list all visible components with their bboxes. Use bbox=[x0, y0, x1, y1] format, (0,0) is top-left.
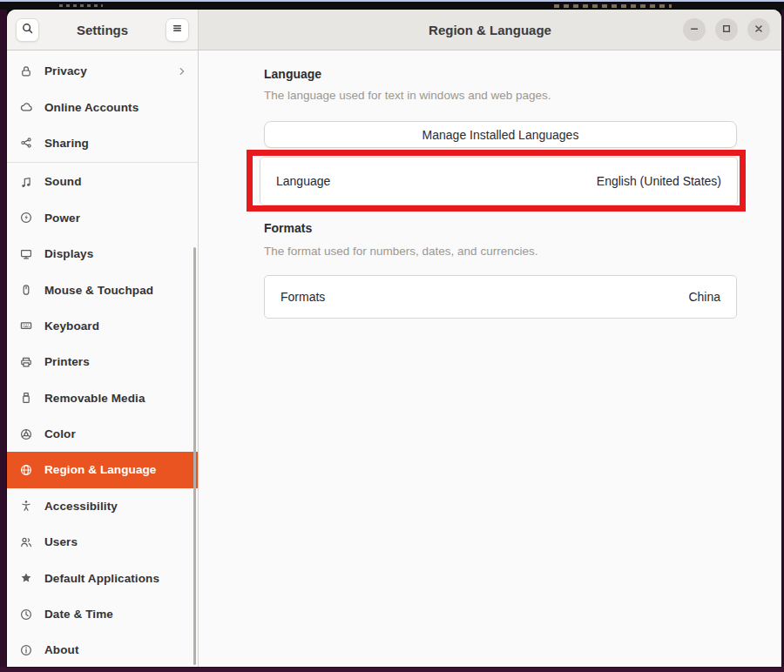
sidebar-item-label: Sharing bbox=[44, 137, 189, 150]
language-row-value: English (United States) bbox=[597, 174, 721, 188]
content-pane: Language The language used for text in w… bbox=[199, 50, 781, 667]
top-bar-app-fragment bbox=[59, 4, 103, 7]
power-icon bbox=[19, 211, 33, 225]
sidebar-item-online-accounts[interactable]: Online Accounts bbox=[7, 89, 198, 124]
sidebar: PrivacyOnline AccountsSharingSoundPowerD… bbox=[7, 50, 199, 667]
hamburger-icon bbox=[170, 21, 185, 38]
sidebar-item-removable-media[interactable]: Removable Media bbox=[7, 380, 198, 416]
keyboard-icon bbox=[19, 319, 33, 333]
formats-row-label: Formats bbox=[280, 290, 325, 304]
printer-icon bbox=[19, 355, 33, 369]
screen: Settings Region & Language bbox=[0, 0, 784, 672]
sidebar-divider bbox=[7, 162, 198, 163]
sidebar-item-users[interactable]: Users bbox=[7, 524, 198, 560]
globe-icon bbox=[19, 463, 33, 477]
window-body: PrivacyOnline AccountsSharingSoundPowerD… bbox=[7, 50, 781, 667]
main-headerbar: Region & Language bbox=[199, 10, 781, 50]
sidebar-item-label: Users bbox=[44, 535, 189, 548]
display-icon bbox=[19, 247, 33, 261]
sidebar-item-printers[interactable]: Printers bbox=[7, 344, 198, 380]
sidebar-item-privacy[interactable]: Privacy bbox=[7, 53, 198, 89]
sidebar-item-label: Power bbox=[44, 212, 189, 225]
sidebar-item-label: Displays bbox=[44, 247, 189, 260]
app-title: Settings bbox=[44, 23, 160, 37]
sidebar-item-label: Region & Language bbox=[44, 463, 189, 476]
sidebar-item-label: Removable Media bbox=[44, 392, 189, 405]
maximize-icon bbox=[720, 22, 733, 38]
formats-row[interactable]: Formats China bbox=[264, 275, 737, 319]
search-icon bbox=[20, 21, 35, 38]
color-wheel-icon bbox=[19, 427, 33, 441]
sidebar-item-label: Sound bbox=[44, 175, 189, 188]
clock-icon bbox=[19, 608, 33, 622]
sidebar-item-label: Mouse & Touchpad bbox=[44, 284, 189, 297]
sidebar-item-color[interactable]: Color bbox=[7, 416, 198, 452]
sidebar-item-region-language[interactable]: Region & Language bbox=[7, 452, 198, 487]
sidebar-scrollbar[interactable] bbox=[193, 247, 196, 665]
settings-window: Settings Region & Language bbox=[7, 10, 781, 667]
manage-installed-languages-button[interactable]: Manage Installed Languages bbox=[264, 121, 737, 148]
sidebar-item-sharing[interactable]: Sharing bbox=[7, 125, 198, 161]
sidebar-headerbar: Settings bbox=[7, 10, 199, 50]
language-section-heading: Language bbox=[264, 67, 737, 81]
music-note-icon bbox=[19, 175, 33, 189]
maximize-button[interactable] bbox=[715, 18, 738, 41]
sidebar-item-displays[interactable]: Displays bbox=[7, 236, 198, 272]
sidebar-item-label: Online Accounts bbox=[44, 101, 189, 114]
sidebar-item-label: Printers bbox=[44, 355, 189, 368]
sidebar-item-label: Privacy bbox=[44, 64, 164, 77]
sidebar-item-keyboard[interactable]: Keyboard bbox=[7, 308, 198, 344]
cloud-icon bbox=[19, 100, 33, 114]
formats-section-description: The format used for numbers, dates, and … bbox=[264, 245, 737, 258]
menu-button[interactable] bbox=[166, 18, 189, 42]
minimize-icon bbox=[687, 22, 701, 38]
sidebar-item-default-applications[interactable]: Default Applications bbox=[7, 560, 198, 595]
close-icon bbox=[752, 22, 766, 38]
flash-drive-icon bbox=[19, 391, 33, 405]
language-row-label: Language bbox=[276, 174, 330, 188]
desktop-top-bar bbox=[0, 2, 784, 10]
share-icon bbox=[19, 136, 33, 150]
sidebar-item-sound[interactable]: Sound bbox=[7, 164, 198, 199]
titlebar: Settings Region & Language bbox=[7, 10, 781, 50]
chevron-right-icon bbox=[175, 64, 189, 78]
sidebar-item-about[interactable]: About bbox=[7, 632, 198, 667]
search-button[interactable] bbox=[16, 18, 39, 42]
sidebar-list: PrivacyOnline AccountsSharingSoundPowerD… bbox=[7, 53, 198, 667]
sidebar-item-accessibility[interactable]: Accessibility bbox=[7, 488, 198, 524]
desktop-background bbox=[0, 667, 784, 672]
formats-section-heading: Formats bbox=[264, 221, 737, 235]
sidebar-item-label: Color bbox=[44, 427, 189, 440]
mouse-icon bbox=[19, 283, 33, 297]
language-section-description: The language used for text in windows an… bbox=[264, 89, 737, 102]
language-row[interactable]: Language English (United States) bbox=[260, 157, 738, 205]
star-icon bbox=[19, 571, 33, 585]
close-button[interactable] bbox=[747, 18, 770, 41]
users-icon bbox=[19, 535, 33, 549]
sidebar-item-label: About bbox=[44, 643, 189, 656]
minimize-button[interactable] bbox=[683, 18, 706, 41]
window-controls bbox=[683, 18, 770, 41]
desktop-background bbox=[0, 10, 7, 672]
lock-icon bbox=[19, 64, 33, 78]
sidebar-item-mouse-touchpad[interactable]: Mouse & Touchpad bbox=[7, 272, 198, 307]
sidebar-item-label: Keyboard bbox=[44, 319, 189, 333]
formats-row-value: China bbox=[688, 290, 720, 304]
sidebar-item-date-time[interactable]: Date & Time bbox=[7, 596, 198, 632]
accessibility-icon bbox=[19, 499, 33, 513]
info-icon bbox=[19, 643, 33, 657]
sidebar-item-label: Date & Time bbox=[44, 608, 189, 621]
top-bar-clock-fragment bbox=[554, 4, 672, 8]
sidebar-item-power[interactable]: Power bbox=[7, 200, 198, 236]
sidebar-item-label: Default Applications bbox=[44, 572, 189, 585]
sidebar-item-label: Accessibility bbox=[44, 500, 189, 513]
